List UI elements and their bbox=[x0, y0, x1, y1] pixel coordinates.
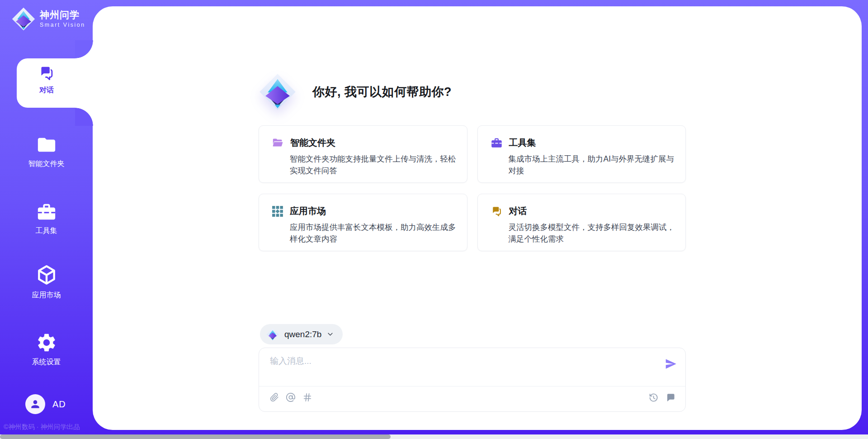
tab-curve-top bbox=[75, 40, 93, 58]
person-icon bbox=[29, 398, 41, 410]
toolbox-icon bbox=[36, 201, 57, 222]
sidebar-item-app-market[interactable]: 应用市场 bbox=[0, 264, 93, 300]
copyright-footer: ©神州数码 · 神州问学出品 bbox=[4, 423, 80, 431]
gear-icon bbox=[36, 332, 57, 353]
app-logo: 神州问学 Smart Vision bbox=[12, 7, 85, 31]
message-composer bbox=[259, 348, 686, 412]
user-profile[interactable]: AD bbox=[25, 394, 66, 414]
chat-icon bbox=[491, 205, 503, 217]
history-button[interactable] bbox=[648, 392, 659, 403]
sidebar-item-label: 智能文件夹 bbox=[28, 159, 65, 169]
conversation-button[interactable] bbox=[665, 392, 676, 403]
sidebar-item-smart-folder[interactable]: 智能文件夹 bbox=[0, 134, 93, 169]
chat-bubble-icon bbox=[665, 392, 676, 403]
topic-button[interactable] bbox=[302, 392, 312, 402]
send-icon bbox=[664, 357, 678, 371]
model-name: qwen2:7b bbox=[284, 329, 321, 339]
folder-icon bbox=[36, 134, 57, 155]
card-title: 对话 bbox=[509, 205, 527, 217]
composer-divider bbox=[259, 386, 685, 387]
sidebar-item-label: 对话 bbox=[39, 86, 54, 95]
mention-button[interactable] bbox=[286, 392, 296, 402]
card-description: 应用市场提供丰富长文本模板，助力高效生成多样化文章内容 bbox=[290, 221, 456, 245]
avatar bbox=[25, 394, 45, 414]
feature-card-chat[interactable]: 对话 灵活切换多模型文件，支持多样回复效果调试，满足个性化需求 bbox=[477, 194, 686, 251]
user-name: AD bbox=[52, 399, 66, 410]
brand-name-en: Smart Vision bbox=[40, 22, 85, 28]
card-description: 灵活切换多模型文件，支持多样回复效果调试，满足个性化需求 bbox=[509, 221, 675, 245]
card-title: 应用市场 bbox=[290, 205, 326, 217]
chevron-down-icon bbox=[327, 331, 334, 338]
brand-diamond-icon bbox=[12, 7, 35, 31]
folder-open-icon bbox=[272, 137, 284, 149]
feature-card-toolset[interactable]: 工具集 集成市场上主流工具，助力AI与外界无缝扩展与对接 bbox=[477, 125, 686, 183]
sidebar-item-chat[interactable]: 对话 bbox=[17, 64, 76, 95]
sidebar-item-label: 系统设置 bbox=[32, 358, 61, 367]
card-description: 智能文件夹功能支持批量文件上传与清洗，轻松实现文件问答 bbox=[290, 153, 456, 177]
grid-icon bbox=[272, 205, 283, 217]
cube-icon bbox=[35, 264, 58, 286]
horizontal-scrollbar bbox=[0, 434, 868, 439]
hash-icon bbox=[302, 392, 312, 402]
sidebar-item-settings[interactable]: 系统设置 bbox=[0, 332, 93, 367]
tab-curve-bottom bbox=[75, 108, 93, 126]
send-button[interactable] bbox=[664, 357, 678, 371]
paperclip-icon bbox=[270, 392, 279, 402]
brand-diamond-icon bbox=[259, 73, 296, 110]
message-input[interactable] bbox=[270, 355, 650, 381]
scrollbar-thumb[interactable] bbox=[0, 434, 391, 439]
greeting-text: 你好, 我可以如何帮助你? bbox=[312, 84, 452, 100]
sidebar-item-label: 应用市场 bbox=[32, 291, 61, 300]
card-title: 智能文件夹 bbox=[290, 137, 335, 149]
model-selector[interactable]: qwen2:7b bbox=[260, 324, 343, 344]
brand-diamond-icon bbox=[266, 328, 279, 341]
feature-card-app-market[interactable]: 应用市场 应用市场提供丰富长文本模板，助力高效生成多样化文章内容 bbox=[259, 194, 467, 251]
history-icon bbox=[648, 392, 659, 403]
toolbox-icon bbox=[491, 137, 503, 149]
card-title: 工具集 bbox=[509, 137, 536, 149]
card-description: 集成市场上主流工具，助力AI与外界无缝扩展与对接 bbox=[509, 153, 675, 177]
sidebar-item-label: 工具集 bbox=[36, 226, 57, 236]
at-sign-icon bbox=[286, 392, 296, 402]
attach-file-button[interactable] bbox=[270, 392, 279, 402]
brand-name-cn: 神州问学 bbox=[40, 10, 85, 20]
chat-icon bbox=[38, 64, 55, 81]
sidebar-item-toolset[interactable]: 工具集 bbox=[0, 201, 93, 236]
feature-card-smart-folder[interactable]: 智能文件夹 智能文件夹功能支持批量文件上传与清洗，轻松实现文件问答 bbox=[259, 125, 467, 183]
greeting: 你好, 我可以如何帮助你? bbox=[259, 73, 452, 110]
